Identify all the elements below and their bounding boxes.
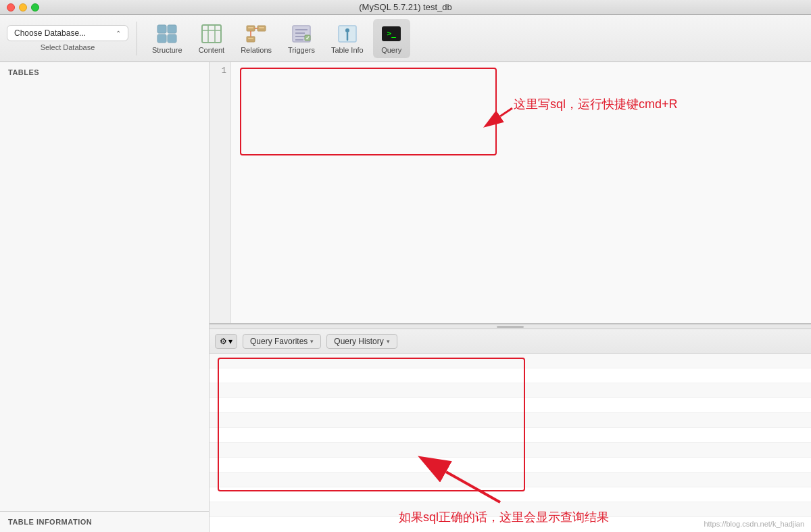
svg-point-24 xyxy=(345,28,349,32)
svg-rect-1 xyxy=(168,25,176,33)
results-area: ⚙ ▾ Query Favorites ▾ Query History ▾ xyxy=(210,329,811,532)
relations-label: Relations xyxy=(241,46,272,54)
pane-divider[interactable] xyxy=(210,324,811,329)
tableinfo-icon xyxy=(337,23,358,45)
toolbar-btn-content[interactable]: Content xyxy=(192,19,232,58)
query-favorites-label: Query Favorites xyxy=(250,337,308,346)
sidebar-content xyxy=(0,80,209,511)
svg-rect-2 xyxy=(157,34,166,43)
title-bar: (MySQL 5.7.21) test_db xyxy=(0,0,811,15)
table-row xyxy=(210,428,811,443)
sidebar-bottom: TABLE INFORMATION xyxy=(0,511,209,532)
toolbar-btn-relations[interactable]: Relations xyxy=(234,19,278,58)
db-dropdown-label: Choose Database... xyxy=(14,28,86,38)
table-row xyxy=(210,443,811,458)
table-row xyxy=(210,458,811,473)
close-button[interactable] xyxy=(7,3,15,11)
table-row xyxy=(210,354,811,368)
query-icon: >_ xyxy=(380,23,402,45)
svg-rect-14 xyxy=(259,27,264,28)
tableinfo-label: Table Info xyxy=(331,46,364,54)
query-label: Query xyxy=(381,46,401,54)
table-info-title: TABLE INFORMATION xyxy=(8,518,92,526)
results-content: 如果sql正确的话，这里会显示查询结果 https://blog.csdn.ne… xyxy=(210,354,811,532)
query-history-label: Query History xyxy=(334,337,383,346)
toolbar-btn-query[interactable]: >_ Query xyxy=(373,19,410,58)
table-row xyxy=(210,398,811,413)
svg-rect-3 xyxy=(168,34,176,43)
line-numbers: 1 xyxy=(210,62,231,323)
watermark-text: https://blog.csdn.net/k_hadjian xyxy=(704,520,804,528)
db-selector[interactable]: Choose Database... ⌃ Select Database xyxy=(7,25,128,51)
divider-indicator xyxy=(497,326,524,328)
tables-section: TABLES xyxy=(0,62,209,80)
toolbar: Choose Database... ⌃ Select Database Str… xyxy=(0,15,811,62)
content-icon xyxy=(201,23,222,45)
structure-label: Structure xyxy=(152,46,182,54)
table-row xyxy=(210,487,811,502)
results-toolbar: ⚙ ▾ Query Favorites ▾ Query History ▾ xyxy=(210,329,811,354)
db-dropdown[interactable]: Choose Database... ⌃ xyxy=(7,25,128,41)
gear-button[interactable]: ⚙ ▾ xyxy=(215,334,237,349)
toolbar-btn-tableinfo[interactable]: Table Info xyxy=(324,19,370,58)
window-title: (MySQL 5.7.21) test_db xyxy=(359,2,452,12)
maximize-button[interactable] xyxy=(31,3,39,11)
main-layout: TABLES TABLE INFORMATION 1 这里写sql，运行快捷键c… xyxy=(0,62,811,532)
table-row xyxy=(210,413,811,428)
svg-rect-4 xyxy=(202,25,221,43)
minimize-button[interactable] xyxy=(19,3,27,11)
tables-title: TABLES xyxy=(8,68,39,76)
toolbar-btn-structure[interactable]: Structure xyxy=(145,19,189,58)
sidebar: TABLES TABLE INFORMATION xyxy=(0,62,210,532)
chevron-down-icon: ⌃ xyxy=(116,30,121,37)
gear-arrow-icon: ▾ xyxy=(228,337,232,346)
triggers-label: Triggers xyxy=(288,46,315,54)
line-number-1: 1 xyxy=(222,66,226,76)
svg-rect-15 xyxy=(248,38,253,39)
svg-text:✓: ✓ xyxy=(305,35,310,41)
gear-icon: ⚙ xyxy=(220,337,227,346)
db-selector-label: Select Database xyxy=(41,43,95,51)
toolbar-btn-triggers[interactable]: ✓ Triggers xyxy=(281,19,322,58)
table-row xyxy=(210,502,811,517)
table-row xyxy=(210,473,811,487)
table-row xyxy=(210,368,811,383)
query-favorites-tab[interactable]: Query Favorites ▾ xyxy=(243,334,321,349)
traffic-lights xyxy=(7,3,39,11)
query-editor-area: 1 这里写sql，运行快捷键cmd+R xyxy=(210,62,811,324)
query-history-chevron-icon: ▾ xyxy=(387,338,390,345)
svg-rect-13 xyxy=(248,27,253,28)
query-history-tab[interactable]: Query History ▾ xyxy=(326,334,397,349)
svg-rect-0 xyxy=(157,25,166,33)
result-rows xyxy=(210,354,811,532)
terminal-icon: >_ xyxy=(382,26,401,41)
structure-icon xyxy=(156,23,178,45)
toolbar-divider xyxy=(137,22,137,55)
content-label: Content xyxy=(199,46,225,54)
content-area: 1 这里写sql，运行快捷键cmd+R xyxy=(210,62,811,532)
relations-icon xyxy=(245,23,267,45)
triggers-icon: ✓ xyxy=(291,23,312,45)
table-row xyxy=(210,383,811,398)
query-annotation-text: 这里写sql，运行快捷键cmd+R xyxy=(514,96,678,112)
query-favorites-chevron-icon: ▾ xyxy=(310,338,314,345)
